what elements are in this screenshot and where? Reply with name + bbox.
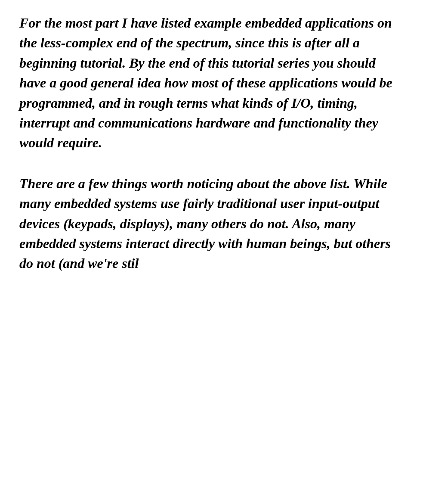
paragraph-2: There are a few things worth noticing ab…: [19, 174, 404, 274]
main-content: For the most part I have listed example …: [19, 13, 404, 274]
paragraph-1: For the most part I have listed example …: [19, 13, 404, 153]
